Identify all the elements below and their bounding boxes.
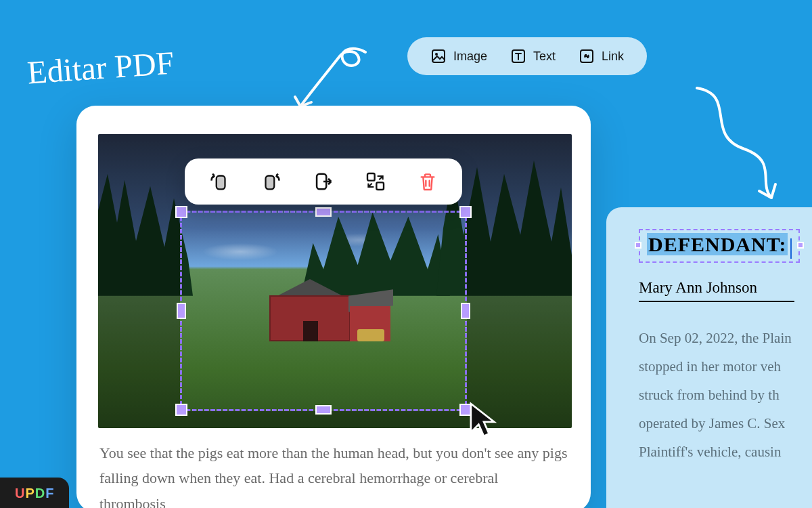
defendant-name[interactable]: Mary Ann Johnson xyxy=(639,279,794,302)
crop-handle-tr[interactable] xyxy=(459,206,472,218)
crop-handle-bottom[interactable] xyxy=(315,405,332,415)
document-image[interactable] xyxy=(98,134,572,428)
delete-image-button[interactable] xyxy=(411,165,444,198)
text-icon xyxy=(510,48,526,64)
side-document-body[interactable]: On Sep 02, 2022, the Plain stopped in he… xyxy=(639,324,812,466)
svg-rect-5 xyxy=(265,176,274,190)
tool-text[interactable]: Text xyxy=(501,43,565,70)
arrow-decoration-right xyxy=(683,81,798,210)
page-title: Editar PDF xyxy=(26,43,175,91)
replace-image-button[interactable] xyxy=(359,165,392,198)
document-card: You see that the pigs eat more than the … xyxy=(76,106,591,508)
image-crop-selection[interactable] xyxy=(180,211,467,411)
text-handle-right[interactable] xyxy=(797,242,804,249)
image-icon xyxy=(430,48,447,64)
svg-rect-7 xyxy=(367,173,375,181)
crop-handle-bl[interactable] xyxy=(175,404,187,416)
crop-handle-top[interactable] xyxy=(315,207,332,217)
image-edit-toolbar xyxy=(185,158,462,205)
svg-point-1 xyxy=(435,53,438,56)
document-body-text[interactable]: You see that the pigs eat more than the … xyxy=(98,440,569,508)
svg-rect-0 xyxy=(432,50,445,62)
text-handle-left[interactable] xyxy=(635,242,641,249)
selected-text: DEFENDANT: xyxy=(647,233,788,255)
tool-link[interactable]: Link xyxy=(569,43,633,70)
rotate-left-icon xyxy=(208,170,231,193)
brand-badge: UPDF xyxy=(0,478,69,508)
tool-link-label: Link xyxy=(602,49,624,64)
tool-text-label: Text xyxy=(533,49,556,64)
crop-handle-right[interactable] xyxy=(461,303,470,319)
crop-handle-left[interactable] xyxy=(177,303,186,319)
edit-mode-toolbar: Image Text Link xyxy=(407,37,647,75)
tool-image[interactable]: Image xyxy=(421,43,497,70)
tool-image-label: Image xyxy=(453,49,487,64)
text-caret xyxy=(790,238,792,259)
text-selection-box[interactable]: DEFENDANT: xyxy=(639,229,800,263)
replace-icon xyxy=(365,171,386,192)
trash-icon xyxy=(417,171,438,192)
cursor-icon xyxy=(468,400,499,438)
crop-handle-tl[interactable] xyxy=(175,206,187,218)
side-document-card: DEFENDANT: Mary Ann Johnson On Sep 02, 2… xyxy=(606,207,812,508)
extract-icon xyxy=(312,170,335,193)
link-icon xyxy=(579,48,595,64)
rotate-right-icon xyxy=(260,170,283,193)
svg-rect-4 xyxy=(216,176,225,190)
rotate-left-button[interactable] xyxy=(203,165,235,198)
svg-rect-8 xyxy=(376,182,384,190)
extract-image-button[interactable] xyxy=(307,165,340,198)
rotate-right-button[interactable] xyxy=(255,165,288,198)
